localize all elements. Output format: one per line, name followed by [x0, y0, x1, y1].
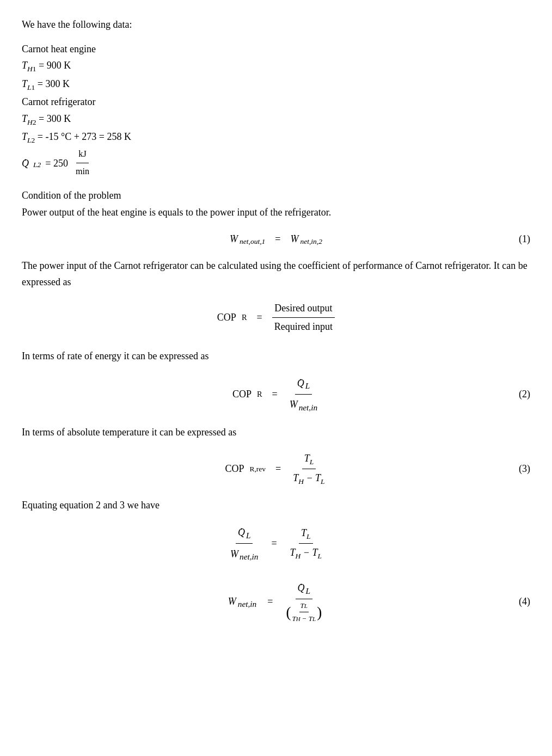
para1-text: The power input of the Carnot refrigerat… [22, 257, 530, 291]
equation-2: COPR = QL Wnet,in (2) [22, 374, 530, 414]
equation-3: COPR,rev = TL TH − TL (3) [22, 451, 530, 487]
eq2-number: (2) [519, 386, 530, 402]
copr-def-equation: COPR = Desired output Required input [22, 300, 530, 335]
main-content: We have the following data: Carnot heat … [22, 16, 530, 624]
intro-text: We have the following data: [22, 16, 530, 33]
condition-text: Power output of the heat engine is equal… [22, 204, 530, 221]
TH1-line: TH1 = 900 K [22, 57, 530, 76]
equation-4: Wnet,in = QL ( TL TH − TL ) (4) [22, 579, 530, 625]
data-block: Carnot heat engine TH1 = 900 K TL1 = 300… [22, 41, 530, 180]
eq4-number: (4) [519, 594, 530, 610]
cop-denominator: Required input [272, 318, 335, 335]
equated-equation: QL Wnet,in = TL TH − TL [22, 524, 530, 564]
para3-text: In terms of absolute temperature it can … [22, 424, 530, 441]
TL2-line: TL2 = -15 °C + 273 = 258 K [22, 128, 530, 147]
carnot-engine-label: Carnot heat engine [22, 41, 530, 58]
para2-text: In terms of rate of energy it can be exp… [22, 348, 530, 365]
QL2-line: Q L2 = 250 kJ min [22, 147, 530, 180]
equation-1: Wnet,out,1 = Wnet,in,2 (1) [22, 230, 530, 248]
carnot-refrig-label: Carnot refrigerator [22, 94, 530, 110]
para4-text: Equating equation 2 and 3 we have [22, 497, 530, 514]
eq1-number: (1) [519, 231, 530, 247]
TH2-line: TH2 = 300 K [22, 110, 530, 129]
cop-numerator: Desired output [272, 300, 334, 318]
condition-title: Condition of the problem [22, 187, 530, 204]
eq3-number: (3) [519, 461, 530, 477]
TL1-line: TL1 = 300 K [22, 76, 530, 94]
